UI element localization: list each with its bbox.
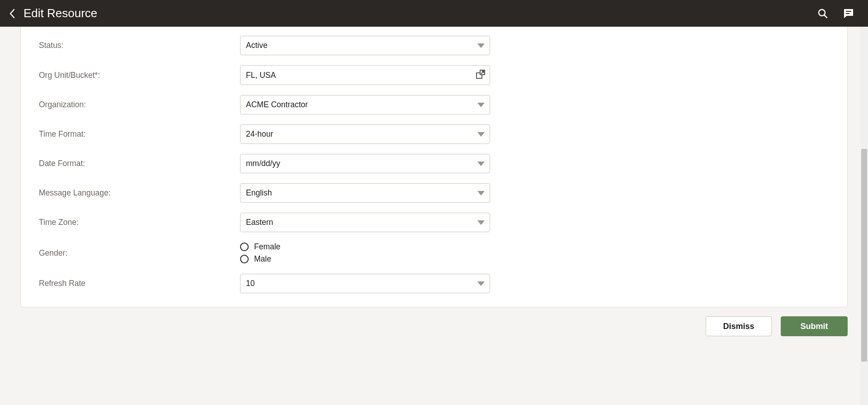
time-zone-label: Time Zone: [39, 218, 240, 227]
header-right [817, 8, 859, 19]
header-left: Edit Resource [9, 6, 97, 20]
gender-label: Gender: [39, 248, 240, 258]
refresh-rate-value: 10 [246, 279, 255, 288]
radio-icon [240, 243, 249, 251]
status-row: Status: Active [39, 36, 829, 55]
radio-icon [240, 255, 249, 263]
gender-radio-group: Female Male [240, 242, 280, 264]
time-format-label: Time Format: [39, 129, 240, 139]
gender-radio-male[interactable]: Male [240, 254, 280, 264]
popup-icon[interactable] [476, 69, 486, 81]
chat-icon[interactable] [843, 8, 854, 19]
message-language-value: English [246, 188, 272, 198]
message-language-select[interactable]: English [240, 183, 490, 203]
search-icon[interactable] [817, 8, 828, 19]
back-icon[interactable] [9, 9, 15, 19]
message-language-row: Message Language: English [39, 183, 829, 203]
org-unit-input[interactable]: FL, USA [240, 65, 490, 85]
svg-line-1 [825, 15, 827, 18]
time-zone-value: Eastern [246, 218, 273, 227]
button-bar: Dismiss Submit [0, 307, 868, 336]
date-format-value: mm/dd/yy [246, 159, 280, 168]
gender-female-label: Female [254, 242, 280, 252]
date-format-row: Date Format: mm/dd/yy [39, 154, 829, 173]
org-unit-value: FL, USA [246, 71, 276, 80]
time-format-value: 24-hour [246, 129, 273, 139]
content-wrapper: Status: Active Org Unit/Bucket*: FL, USA [0, 27, 868, 307]
organization-select[interactable]: ACME Contractor [240, 95, 490, 114]
scrollbar-track[interactable] [860, 27, 868, 405]
org-unit-label: Org Unit/Bucket*: [39, 71, 240, 80]
organization-value: ACME Contractor [246, 100, 308, 110]
time-format-row: Time Format: 24-hour [39, 124, 829, 144]
dismiss-button[interactable]: Dismiss [706, 316, 772, 336]
date-format-select[interactable]: mm/dd/yy [240, 154, 490, 173]
header-bar: Edit Resource [0, 0, 868, 27]
refresh-rate-row: Refresh Rate 10 [39, 274, 829, 293]
refresh-rate-label: Refresh Rate [39, 279, 240, 288]
status-label: Status: [39, 41, 240, 50]
org-unit-row: Org Unit/Bucket*: FL, USA [39, 65, 829, 85]
gender-row: Gender: Female Male [39, 242, 829, 264]
time-format-select[interactable]: 24-hour [240, 124, 490, 144]
status-select[interactable]: Active [240, 36, 490, 55]
gender-radio-female[interactable]: Female [240, 242, 280, 252]
organization-label: Organization: [39, 100, 240, 110]
message-language-label: Message Language: [39, 188, 240, 198]
scrollbar-thumb[interactable] [861, 149, 867, 362]
page-title: Edit Resource [24, 6, 97, 20]
time-zone-select[interactable]: Eastern [240, 213, 490, 232]
submit-button[interactable]: Submit [781, 316, 848, 336]
organization-row: Organization: ACME Contractor [39, 95, 829, 114]
date-format-label: Date Format: [39, 159, 240, 168]
time-zone-row: Time Zone: Eastern [39, 213, 829, 232]
form-panel: Status: Active Org Unit/Bucket*: FL, USA [20, 27, 848, 307]
gender-male-label: Male [254, 254, 271, 264]
refresh-rate-select[interactable]: 10 [240, 274, 490, 293]
status-value: Active [246, 41, 268, 50]
